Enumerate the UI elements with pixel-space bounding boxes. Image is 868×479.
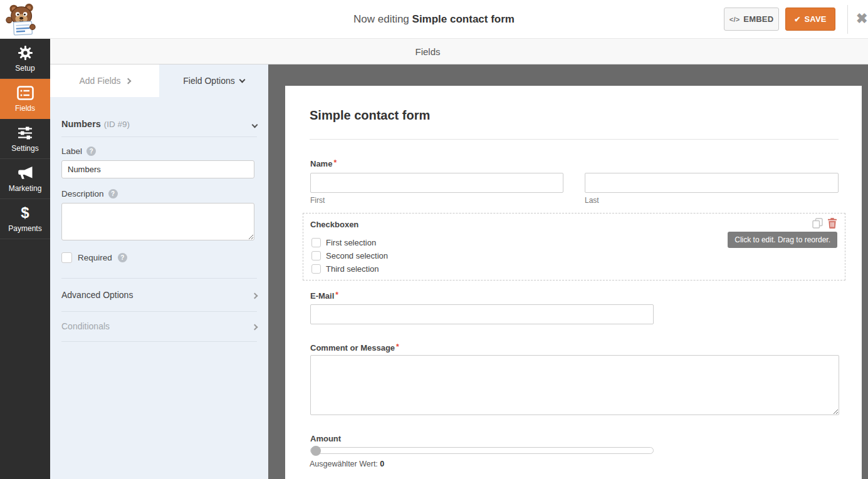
- chevron-right-icon: [253, 290, 257, 300]
- required-asterisk: *: [335, 291, 338, 299]
- fields-list-icon: [17, 85, 34, 101]
- field-action-icons: [812, 218, 837, 229]
- field-title: Numbers: [61, 119, 101, 129]
- required-label: Required: [78, 253, 112, 262]
- tab-field-options-label: Field Options: [183, 76, 234, 86]
- divider: [310, 139, 839, 140]
- description-field-label: Description ?: [61, 189, 118, 198]
- checkbox-option: First selection: [311, 238, 376, 247]
- topbar-divider: [847, 5, 848, 34]
- sidebar-item-setup[interactable]: Setup: [0, 39, 50, 79]
- help-icon[interactable]: ?: [86, 147, 96, 156]
- sidebar-item-payments[interactable]: $ Payments: [0, 199, 50, 239]
- name-first-input[interactable]: [310, 173, 563, 193]
- code-icon: </>: [729, 16, 740, 23]
- divider: [61, 136, 257, 137]
- advanced-options-label: Advanced Options: [61, 290, 133, 300]
- megaphone-icon: [18, 165, 33, 181]
- divider: [61, 341, 257, 342]
- top-bar: Now editing Simple contact form </> EMBE…: [0, 0, 868, 39]
- tab-add-fields-label: Add Fields: [79, 76, 120, 86]
- checkbox-option-label: First selection: [326, 238, 376, 247]
- now-editing-prefix: Now editing: [353, 13, 412, 25]
- checkbox-option: Second selection: [311, 251, 388, 260]
- wpforms-builder: Now editing Simple contact form </> EMBE…: [0, 0, 868, 479]
- amount-field-label[interactable]: Amount: [310, 434, 341, 443]
- chevron-right-icon: [125, 78, 131, 84]
- field-id: (ID #9): [104, 120, 130, 129]
- check-icon: ✔: [794, 15, 800, 24]
- comment-textarea[interactable]: [310, 355, 839, 415]
- checkbox-option-label: Second selection: [326, 251, 388, 260]
- field-hover-tooltip: Click to edit. Drag to reorder.: [728, 232, 837, 248]
- options-panel-tabs: Add Fields Field Options: [50, 64, 268, 97]
- tab-add-fields[interactable]: Add Fields: [50, 64, 159, 97]
- embed-button-label: EMBED: [743, 14, 773, 24]
- checkbox-option: Third selection: [311, 264, 379, 274]
- comment-field-label[interactable]: Comment or Message*: [310, 343, 399, 353]
- advanced-options-section[interactable]: Advanced Options: [61, 290, 257, 300]
- amount-value: 0: [380, 460, 384, 468]
- checkbox-option-label: Third selection: [326, 264, 379, 274]
- checkbox-input[interactable]: [311, 251, 321, 260]
- sidebar-item-label: Payments: [8, 224, 41, 233]
- name-field-label[interactable]: Name*: [310, 158, 337, 168]
- sidebar-item-fields[interactable]: Fields: [0, 79, 50, 119]
- divider: [61, 311, 257, 312]
- embed-button[interactable]: </> EMBED: [724, 8, 779, 31]
- amount-slider-handle[interactable]: [311, 446, 321, 456]
- name-first-sublabel: First: [310, 196, 325, 205]
- chevron-down-icon: [239, 76, 245, 83]
- email-input[interactable]: [310, 304, 654, 324]
- required-asterisk: *: [333, 158, 337, 167]
- form-preview-title[interactable]: Simple contact form: [310, 108, 430, 123]
- name-last-input[interactable]: [585, 173, 839, 193]
- save-button-label: SAVE: [805, 14, 827, 24]
- label-field-label: Label ?: [61, 147, 96, 156]
- trash-icon[interactable]: [828, 218, 837, 229]
- email-field-label[interactable]: E-Mail*: [310, 291, 338, 301]
- fields-toolbar: Fields: [50, 39, 868, 64]
- tab-field-options[interactable]: Field Options: [159, 64, 268, 97]
- sidebar-item-label: Setup: [15, 64, 34, 73]
- conditionals-label: Conditionals: [61, 321, 110, 331]
- save-button[interactable]: ✔ SAVE: [785, 8, 835, 31]
- builder-sidebar: Setup Fields: [0, 39, 50, 479]
- required-asterisk: *: [396, 343, 399, 351]
- description-textarea[interactable]: [61, 203, 254, 240]
- duplicate-icon[interactable]: [812, 218, 823, 229]
- chevron-right-icon: [253, 321, 257, 331]
- amount-selected-value: Ausgewählter Wert: 0: [310, 460, 384, 468]
- fields-toolbar-title: Fields: [50, 39, 805, 64]
- help-icon[interactable]: ?: [118, 253, 127, 262]
- divider: [61, 278, 257, 279]
- sidebar-item-label: Marketing: [9, 184, 42, 193]
- sliders-icon: [18, 125, 33, 141]
- amount-slider-track[interactable]: [310, 447, 654, 454]
- chevron-down-icon: [253, 118, 257, 130]
- checkbox-input[interactable]: [311, 264, 321, 274]
- required-row: Required ?: [61, 252, 127, 263]
- gear-icon: [18, 44, 33, 61]
- required-checkbox[interactable]: [61, 252, 72, 263]
- sidebar-item-label: Fields: [15, 104, 35, 113]
- sidebar-item-settings[interactable]: Settings: [0, 119, 50, 159]
- form-canvas: Simple contact form Name* First Last Che…: [285, 86, 862, 479]
- conditionals-section[interactable]: Conditionals: [61, 321, 257, 331]
- sidebar-item-marketing[interactable]: Marketing: [0, 159, 50, 199]
- field-options-panel: Add Fields Field Options Numbers (ID #9)…: [50, 64, 268, 479]
- form-name: Simple contact form: [412, 13, 515, 25]
- close-icon[interactable]: ✖: [856, 11, 867, 27]
- name-last-sublabel: Last: [585, 196, 599, 205]
- field-options-heading[interactable]: Numbers (ID #9): [61, 118, 257, 130]
- form-preview-area: Simple contact form Name* First Last Che…: [268, 64, 868, 479]
- dollar-icon: $: [21, 205, 29, 221]
- label-input[interactable]: [61, 160, 254, 178]
- checkboxes-field[interactable]: Checkboxen Click to edit.: [303, 213, 845, 281]
- help-icon[interactable]: ?: [108, 189, 118, 198]
- checkbox-input[interactable]: [311, 238, 321, 247]
- sidebar-item-label: Settings: [11, 144, 38, 153]
- checkboxes-field-label: Checkboxen: [310, 220, 358, 229]
